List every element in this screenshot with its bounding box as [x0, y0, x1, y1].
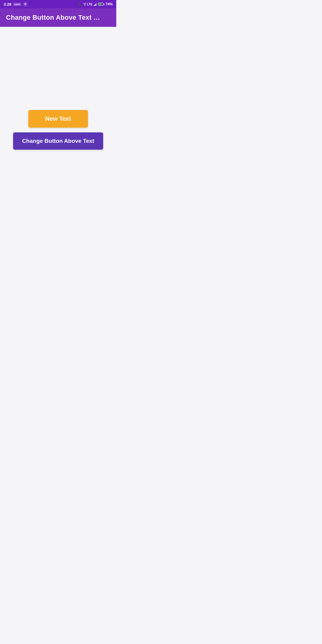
battery-percent: 74%	[106, 2, 113, 6]
status-bar-icons: 📞 ▽ LTE 74%	[78, 2, 113, 6]
app-bar-title: Change Button Above Text …	[6, 14, 100, 21]
app-bar: Change Button Above Text …	[0, 8, 116, 27]
new-text-button[interactable]: New Text	[28, 110, 88, 128]
p-badge: P	[23, 2, 28, 7]
change-button-above-text-button[interactable]: Change Button Above Text	[13, 132, 103, 150]
signal-icon	[94, 2, 97, 6]
phone-icon: 📞	[78, 2, 82, 6]
status-bar-left: 3:29 voot P	[4, 2, 28, 7]
status-time: 3:29	[4, 2, 11, 7]
battery-icon	[98, 3, 104, 6]
wifi-icon: ▽	[83, 2, 86, 6]
voot-badge: voot	[13, 3, 21, 6]
status-bar: 3:29 voot P 📞 ▽ LTE 74%	[0, 0, 116, 8]
main-content: New Text Change Button Above Text	[0, 27, 116, 233]
lte-label: LTE	[87, 3, 92, 6]
